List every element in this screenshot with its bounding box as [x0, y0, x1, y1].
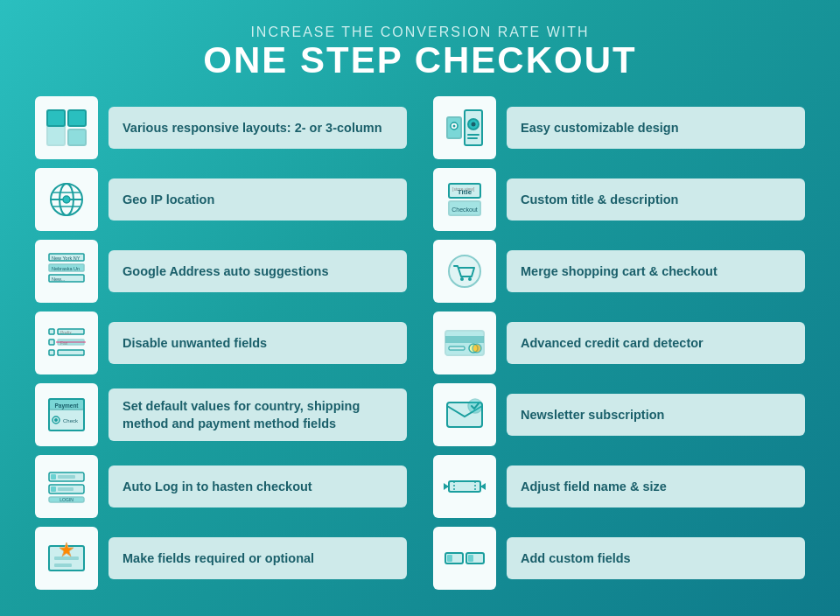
header-subtitle: INCREASE THE CONVERSION RATE WITH [0, 24, 840, 40]
feature-responsive-layouts: Various responsive layouts: 2- or 3-colu… [35, 96, 407, 159]
svg-rect-43 [449, 346, 465, 350]
svg-text:Checkout: Checkout [452, 206, 478, 213]
feature-google-address: New York NY Nebraska Un New... Google Ad… [35, 240, 407, 303]
adjust-icon [433, 455, 496, 518]
customize-icon [433, 96, 496, 159]
cart-icon [433, 240, 496, 303]
svg-rect-42 [445, 336, 484, 343]
feature-label: Google Address auto suggestions [108, 250, 407, 292]
feature-geo-ip: Geo IP location [35, 168, 407, 231]
svg-rect-1 [47, 110, 65, 126]
svg-point-45 [472, 344, 481, 353]
login-icon: LOGIN [35, 455, 98, 518]
feature-auto-login: LOGIN Auto Log in to hasten checkout [35, 455, 407, 518]
svg-rect-59 [58, 487, 74, 491]
svg-rect-2 [68, 110, 86, 126]
newsletter-icon [433, 383, 496, 446]
svg-rect-40 [58, 350, 84, 355]
feature-easy-customizable: Easy customizable design [433, 96, 805, 159]
svg-text:Nebraska Un: Nebraska Un [52, 266, 80, 271]
feature-label: Newsletter subscription [507, 394, 805, 436]
feature-label: Merge shopping cart & checkout [507, 250, 805, 292]
creditcard-icon [433, 312, 496, 374]
feature-label: Easy customizable design [507, 107, 805, 149]
svg-point-17 [63, 196, 70, 203]
feature-label: Add custom fields [507, 537, 805, 579]
svg-point-53 [468, 399, 482, 413]
features-grid: Various responsive layouts: 2- or 3-colu… [0, 96, 840, 598]
feature-merge-cart: Merge shopping cart & checkout [433, 240, 805, 303]
svg-text:New...: New... [52, 276, 66, 282]
required-icon [35, 527, 98, 590]
svg-point-11 [453, 125, 456, 128]
feature-payment-check: Payment Check Set default values for cou… [35, 383, 407, 446]
customfields-icon [433, 527, 496, 590]
feature-label: Disable unwanted fields [108, 322, 407, 364]
feature-custom-title: Title Checkout [store view] Custom title… [433, 168, 805, 231]
feature-adjust-field: Adjust field name & size [433, 455, 805, 518]
svg-rect-71 [54, 556, 79, 560]
header-title: ONE STEP CHECKOUT [0, 40, 840, 80]
layout-icon [35, 96, 98, 159]
feature-label: Custom title & description [507, 178, 805, 220]
svg-rect-58 [51, 486, 56, 492]
title-icon: Title Checkout [store view] [433, 168, 496, 231]
feature-label: Auto Log in to hasten checkout [108, 466, 407, 508]
svg-rect-32 [49, 329, 54, 334]
svg-point-30 [460, 277, 464, 281]
svg-rect-35 [49, 340, 54, 345]
svg-rect-75 [447, 555, 452, 562]
svg-point-31 [468, 277, 472, 281]
svg-text:[store view]: [store view] [452, 186, 475, 192]
svg-text:New York NY: New York NY [52, 256, 80, 261]
feature-label: Various responsive layouts: 2- or 3-colu… [108, 107, 407, 149]
address-icon: New York NY Nebraska Un New... [35, 240, 98, 303]
feature-disable-fields: Prefix Fax Disable unwanted fields [35, 312, 407, 374]
svg-text:Check: Check [63, 418, 79, 424]
svg-text:LOGIN: LOGIN [60, 497, 74, 502]
feature-label: Advanced credit card detector [507, 322, 805, 364]
geo-icon [35, 168, 98, 231]
fields-icon: Prefix Fax [35, 312, 98, 374]
feature-label: Set default values for country, shipping… [108, 388, 407, 442]
feature-label: Adjust field name & size [507, 466, 805, 508]
feature-required-optional: Make fields required or optional [35, 527, 407, 590]
svg-rect-39 [49, 350, 54, 355]
svg-point-6 [472, 122, 476, 127]
svg-rect-72 [54, 564, 72, 567]
feature-credit-card: Advanced credit card detector [433, 312, 805, 374]
svg-text:Prefix: Prefix [60, 330, 72, 335]
svg-rect-3 [68, 130, 86, 145]
svg-rect-56 [58, 475, 75, 479]
feature-label: Make fields required or optional [108, 537, 407, 579]
feature-label: Geo IP location [108, 178, 407, 220]
svg-text:Fax: Fax [60, 340, 68, 346]
svg-text:Payment: Payment [54, 402, 79, 410]
svg-point-29 [449, 256, 480, 287]
header: INCREASE THE CONVERSION RATE WITH ONE ST… [0, 0, 840, 96]
svg-rect-76 [468, 555, 473, 562]
payment-icon: Payment Check [35, 383, 98, 446]
svg-point-50 [54, 418, 58, 422]
feature-custom-fields: Add custom fields [433, 527, 805, 590]
svg-rect-55 [51, 474, 56, 480]
feature-newsletter: Newsletter subscription [433, 383, 805, 446]
